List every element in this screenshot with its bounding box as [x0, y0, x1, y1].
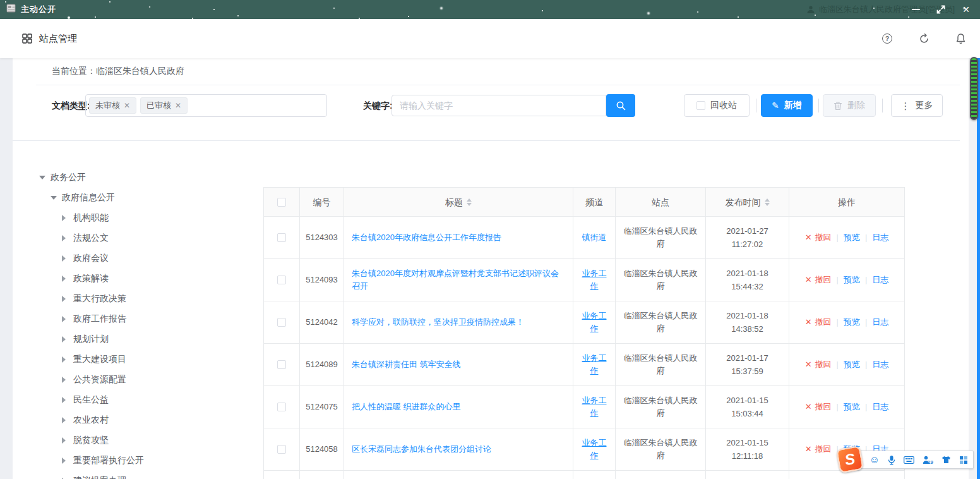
- tag-remove-icon[interactable]: ✕: [124, 102, 130, 109]
- caret-right-icon[interactable]: [62, 215, 73, 221]
- row-checkbox[interactable]: [277, 233, 286, 242]
- caret-right-icon[interactable]: [62, 255, 73, 262]
- select-all-checkbox[interactable]: [277, 198, 286, 207]
- caret-right-icon[interactable]: [62, 336, 73, 343]
- keyword-input[interactable]: [391, 95, 606, 116]
- page-scrollbar[interactable]: [977, 56, 980, 479]
- channel-link[interactable]: 业务工作: [578, 267, 610, 293]
- recall-label: 撤回: [815, 401, 832, 413]
- delete-button[interactable]: 删除: [823, 94, 876, 117]
- caret-down-icon[interactable]: [51, 196, 62, 200]
- doc-title-link[interactable]: 朱台镇2020年度对村观摩点评暨村党支部书记述职评议会召开: [352, 267, 565, 293]
- ime-keyboard-icon[interactable]: [904, 454, 914, 466]
- caret-right-icon[interactable]: [62, 356, 73, 363]
- doc-title-link[interactable]: 朱台镇2020年政府信息公开工作年度报告: [352, 231, 501, 244]
- sogou-logo-icon[interactable]: S: [836, 446, 864, 473]
- recycle-bin-button[interactable]: 回收站: [684, 94, 750, 117]
- caret-right-icon[interactable]: [62, 296, 73, 302]
- caret-right-icon[interactable]: [62, 417, 73, 423]
- tree-item-政府信息公开[interactable]: 政府信息公开: [39, 188, 254, 208]
- tree-item-建议提案办理[interactable]: 建议提案办理: [39, 471, 254, 479]
- preview-action[interactable]: 预览: [844, 358, 860, 371]
- tree-item-农业农村[interactable]: 农业农村: [39, 410, 254, 430]
- doc-title-link[interactable]: 把人性的温暖 织进群众的心里: [352, 401, 461, 413]
- channel-link[interactable]: 业务工作: [578, 310, 610, 335]
- doc-type-select[interactable]: 未审核✕已审核✕: [85, 94, 327, 117]
- notification-bell-icon[interactable]: [955, 33, 966, 44]
- add-button[interactable]: ✎ 新增: [761, 94, 813, 117]
- tree-item-政府会议[interactable]: 政府会议: [39, 248, 254, 269]
- recycle-checkbox[interactable]: [696, 101, 705, 110]
- preview-action[interactable]: 预览: [844, 274, 860, 286]
- more-button[interactable]: ⋮ 更多: [891, 94, 943, 117]
- doc-title-link[interactable]: 朱台镇深耕责任田 筑牢安全线: [352, 358, 461, 371]
- tree-item-规划计划[interactable]: 规划计划: [39, 329, 254, 349]
- caret-right-icon[interactable]: [62, 397, 73, 403]
- tree-item-公共资源配置[interactable]: 公共资源配置: [39, 370, 254, 390]
- minimize-button[interactable]: [911, 4, 921, 15]
- ime-voice-icon[interactable]: [888, 454, 895, 466]
- tree-item-机构职能[interactable]: 机构职能: [39, 208, 254, 228]
- tree-item-重大行政决策[interactable]: 重大行政决策: [39, 289, 254, 309]
- maximize-button[interactable]: [936, 4, 946, 15]
- recall-action[interactable]: ✕撤回: [805, 358, 832, 371]
- recall-action[interactable]: ✕撤回: [805, 231, 832, 244]
- ime-toolbox-icon[interactable]: [959, 454, 968, 466]
- preview-action[interactable]: 预览: [844, 401, 860, 413]
- scrollbar-thumb[interactable]: [970, 57, 978, 120]
- channel-link[interactable]: 业务工作: [578, 437, 610, 462]
- channel-link[interactable]: 业务工作: [578, 352, 610, 377]
- log-action[interactable]: 日志: [872, 401, 888, 413]
- caret-right-icon[interactable]: [62, 276, 73, 282]
- doc-title-link[interactable]: 科学应对，联防联控，坚决捍卫疫情防控成果！: [352, 316, 524, 329]
- channel-link[interactable]: 业务工作: [578, 394, 610, 420]
- caret-right-icon[interactable]: [62, 316, 73, 322]
- tree-item-政务公开[interactable]: 政务公开: [39, 167, 254, 188]
- row-checkbox[interactable]: [277, 318, 286, 327]
- tag-remove-icon[interactable]: ✕: [175, 102, 181, 109]
- caret-right-icon[interactable]: [62, 437, 73, 444]
- row-checkbox[interactable]: [277, 403, 286, 411]
- tree-item-政策解读[interactable]: 政策解读: [39, 269, 254, 289]
- refresh-icon[interactable]: [918, 33, 929, 44]
- recall-action[interactable]: ✕撤回: [805, 316, 832, 329]
- help-icon[interactable]: ?: [881, 33, 893, 44]
- close-button[interactable]: ✕: [961, 4, 971, 15]
- caret-down-icon[interactable]: [39, 176, 51, 179]
- row-checkbox[interactable]: [277, 445, 286, 454]
- tree-item-法规公文[interactable]: 法规公文: [39, 228, 254, 248]
- tree-item-脱贫攻坚[interactable]: 脱贫攻坚: [39, 430, 254, 451]
- caret-right-icon[interactable]: [62, 377, 73, 383]
- preview-action[interactable]: 预览: [844, 231, 860, 244]
- publish-time-cell: 2021-01-1715:37:59: [706, 344, 789, 385]
- sort-icon[interactable]: [765, 198, 770, 206]
- doc-title-link[interactable]: 区长宋磊同志参加朱台代表团分组讨论: [352, 443, 491, 456]
- doc-type-tag[interactable]: 已审核✕: [140, 97, 188, 114]
- recall-action[interactable]: ✕撤回: [805, 274, 832, 286]
- log-action[interactable]: 日志: [872, 274, 888, 286]
- filter-toolbar: 文档类型: 未审核✕已审核✕ 关键字: 回收站 ✎ 新增 删除 ⋮ 更多: [13, 94, 969, 119]
- row-checkbox[interactable]: [277, 276, 286, 284]
- tree-item-重要部署执行公开[interactable]: 重要部署执行公开: [39, 451, 254, 471]
- doc-type-tag[interactable]: 未审核✕: [89, 97, 136, 114]
- caret-right-icon[interactable]: [62, 458, 73, 464]
- channel-link[interactable]: 镇街道: [582, 231, 607, 244]
- sort-icon[interactable]: [467, 198, 472, 206]
- scrollbar-track[interactable]: [969, 58, 977, 479]
- ime-emoji-icon[interactable]: ☺: [869, 454, 880, 466]
- tree-item-重大建设项目[interactable]: 重大建设项目: [39, 349, 254, 370]
- search-button[interactable]: [606, 94, 635, 117]
- preview-action[interactable]: 预览: [844, 316, 860, 329]
- log-action[interactable]: 日志: [872, 358, 888, 371]
- modules-grid-icon[interactable]: [21, 33, 33, 44]
- tree-item-民生公益[interactable]: 民生公益: [39, 390, 254, 410]
- recall-action[interactable]: ✕撤回: [805, 401, 832, 413]
- recall-action[interactable]: ✕撤回: [805, 443, 832, 456]
- caret-right-icon[interactable]: [62, 235, 73, 241]
- ime-skin-icon[interactable]: [941, 454, 951, 466]
- row-checkbox[interactable]: [277, 360, 286, 369]
- ime-account-icon[interactable]: 19: [923, 454, 933, 466]
- log-action[interactable]: 日志: [872, 231, 888, 244]
- log-action[interactable]: 日志: [872, 316, 888, 329]
- tree-item-政府工作报告[interactable]: 政府工作报告: [39, 309, 254, 329]
